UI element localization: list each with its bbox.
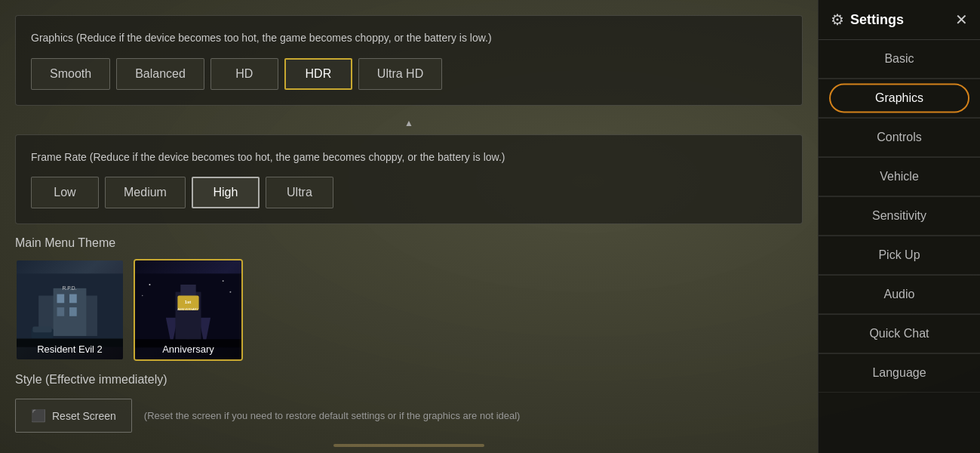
sidebar-item-basic[interactable]: Basic (819, 40, 980, 79)
svg-text:ANNIVERSARY: ANNIVERSARY (177, 307, 198, 311)
frame-rate-card: Frame Rate (Reduce if the device becomes… (15, 134, 803, 225)
svg-text:1st: 1st (185, 300, 191, 304)
reset-screen-label: Reset Screen (52, 410, 116, 422)
frame-rate-options: Low Medium High Ultra (31, 177, 787, 208)
graphics-quality-card: Graphics (Reduce if the device becomes t… (15, 15, 803, 106)
reset-screen-row: ⬛ Reset Screen (Reset the screen if you … (15, 399, 803, 433)
framerate-high-btn[interactable]: High (192, 177, 260, 208)
framerate-low-btn[interactable]: Low (31, 177, 99, 208)
style-section: Style (Effective immediately) (15, 373, 803, 387)
quality-smooth-btn[interactable]: Smooth (31, 58, 110, 90)
svg-point-22 (223, 280, 224, 282)
quality-hdr-btn[interactable]: HDR (284, 58, 352, 90)
sidebar-header: ⚙ Settings ✕ (819, 0, 980, 40)
frame-rate-label: Frame Rate (Reduce if the device becomes… (31, 150, 787, 165)
sidebar-item-language[interactable]: Language (819, 354, 980, 393)
sidebar-navigation: Basic Graphics Controls Vehicle Sensitiv… (819, 40, 980, 453)
svg-text:R.P.D.: R.P.D. (62, 285, 76, 290)
svg-rect-3 (57, 294, 64, 303)
theme-re2-label: Resident Evil 2 (17, 339, 123, 359)
quality-hd-btn[interactable]: HD (210, 58, 278, 90)
graphics-quality-options: Smooth Balanced HD HDR Ultra HD (31, 58, 787, 90)
sidebar-item-quick-chat[interactable]: Quick Chat (819, 315, 980, 353)
settings-title-group: ⚙ Settings (831, 11, 904, 29)
sidebar-item-pick-up[interactable]: Pick Up (819, 236, 980, 275)
svg-point-23 (229, 291, 231, 292)
re2-illustration: R.P.D. (17, 273, 123, 348)
sidebar-item-vehicle[interactable]: Vehicle (819, 158, 980, 196)
anniversary-illustration: 1st ANNIVERSARY (135, 273, 241, 348)
theme-section-title: Main Menu Theme (15, 236, 803, 250)
framerate-medium-btn[interactable]: Medium (105, 177, 186, 208)
sidebar-item-graphics[interactable]: Graphics (819, 79, 980, 118)
main-content: Graphics (Reduce if the device becomes t… (0, 0, 818, 453)
theme-anni-label: Anniversary (135, 339, 241, 359)
settings-title: Settings (850, 12, 904, 28)
settings-sidebar: ⚙ Settings ✕ Basic Graphics Controls Veh… (818, 0, 980, 453)
svg-point-21 (149, 284, 150, 285)
framerate-ultra-btn[interactable]: Ultra (266, 177, 333, 208)
theme-cards-container: R.P.D. Resident Evil 2 (15, 259, 803, 361)
style-section-title: Style (Effective immediately) (15, 373, 803, 387)
main-menu-theme-section: Main Menu Theme (15, 236, 803, 361)
svg-rect-9 (32, 326, 51, 332)
quality-balanced-btn[interactable]: Balanced (116, 58, 204, 90)
svg-rect-5 (57, 307, 64, 316)
reset-screen-icon: ⬛ (31, 408, 46, 423)
theme-resident-evil-2[interactable]: R.P.D. Resident Evil 2 (15, 259, 124, 361)
theme-anniversary[interactable]: 1st ANNIVERSARY Anniversary (134, 259, 243, 361)
sidebar-item-audio[interactable]: Audio (819, 276, 980, 314)
graphics-quality-label: Graphics (Reduce if the device becomes t… (31, 31, 787, 46)
gear-icon: ⚙ (831, 11, 844, 29)
quality-ultra-hd-btn[interactable]: Ultra HD (358, 58, 442, 90)
svg-point-24 (142, 294, 143, 296)
close-button[interactable]: ✕ (955, 11, 968, 29)
svg-rect-6 (69, 307, 77, 316)
sidebar-item-controls[interactable]: Controls (819, 119, 980, 157)
svg-rect-4 (69, 294, 77, 303)
reset-screen-description: (Reset the screen if you need to restore… (144, 410, 521, 421)
sidebar-item-sensitivity[interactable]: Sensitivity (819, 197, 980, 236)
scroll-indicator[interactable] (333, 444, 484, 447)
arrow-indicator: ▲ (15, 118, 803, 128)
reset-screen-button[interactable]: ⬛ Reset Screen (15, 399, 132, 433)
